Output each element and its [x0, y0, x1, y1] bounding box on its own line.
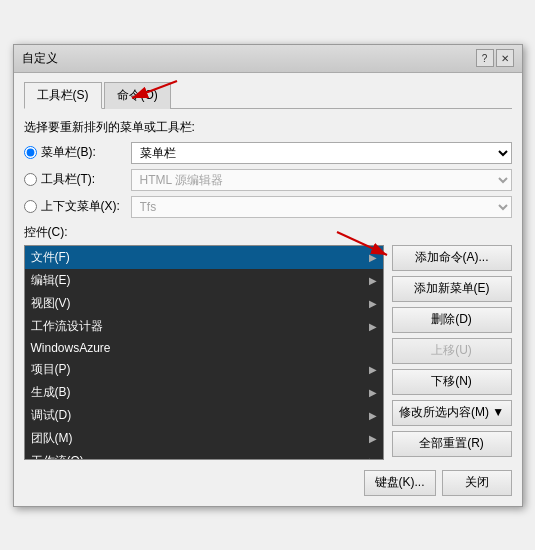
list-item-arrow-icon: ▶ — [369, 275, 377, 286]
controls-label: 控件(C): — [24, 224, 512, 241]
close-button[interactable]: 关闭 — [442, 470, 512, 496]
tab-toolbar[interactable]: 工具栏(S) — [24, 82, 102, 109]
modify-selected-button[interactable]: 修改所选内容(M) ▼ — [392, 400, 512, 426]
context-menu-select[interactable]: Tfs — [131, 196, 512, 218]
menu-bar-select[interactable]: 菜单栏 — [131, 142, 512, 164]
toolbar-select-wrapper: HTML 源编辑器 — [131, 169, 512, 191]
bottom-bar: 键盘(K)... 关闭 — [24, 470, 512, 496]
main-area: 文件(F)▶编辑(E)▶视图(V)▶工作流设计器▶WindowsAzure项目(… — [24, 245, 512, 460]
list-item-arrow-icon: ▶ — [369, 252, 377, 263]
context-menu-radio[interactable] — [24, 200, 37, 213]
move-up-button[interactable]: 上移(U) — [392, 338, 512, 364]
list-item[interactable]: 项目(P)▶ — [25, 358, 383, 381]
list-item[interactable]: 视图(V)▶ — [25, 292, 383, 315]
list-item[interactable]: 工作流(O)▶ — [25, 450, 383, 460]
add-command-button[interactable]: 添加命令(A)... — [392, 245, 512, 271]
list-item[interactable]: 工作流设计器▶ — [25, 315, 383, 338]
menu-bar-row: 菜单栏(B): 菜单栏 — [24, 142, 512, 164]
buttons-panel: 添加命令(A)... 添加新菜单(E) 删除(D) 上移(U) 下移(N) 修改… — [392, 245, 512, 457]
toolbar-label: 工具栏(T): — [41, 171, 131, 188]
list-item[interactable]: 文件(F)▶ — [25, 246, 383, 269]
list-item[interactable]: 团队(M)▶ — [25, 427, 383, 450]
list-item-arrow-icon: ▶ — [369, 364, 377, 375]
list-item-arrow-icon: ▶ — [369, 433, 377, 444]
list-item[interactable]: 生成(B)▶ — [25, 381, 383, 404]
context-menu-select-wrapper: Tfs — [131, 196, 512, 218]
tabs-container: 工具栏(S) 命令(O) — [24, 81, 512, 109]
tab-command[interactable]: 命令(O) — [104, 82, 171, 109]
context-menu-row: 上下文菜单(X): Tfs — [24, 196, 512, 218]
list-item[interactable]: 编辑(E)▶ — [25, 269, 383, 292]
title-bar: 自定义 ? ✕ — [14, 45, 522, 73]
tabs: 工具栏(S) 命令(O) — [24, 81, 512, 109]
list-item[interactable]: WindowsAzure — [25, 338, 383, 358]
customize-dialog: 自定义 ? ✕ 工具栏(S) 命令(O) 选择要重新排列的 — [13, 44, 523, 507]
title-bar-buttons: ? ✕ — [476, 49, 514, 67]
reset-all-button[interactable]: 全部重置(R) — [392, 431, 512, 457]
toolbar-select[interactable]: HTML 源编辑器 — [131, 169, 512, 191]
menu-bar-radio[interactable] — [24, 146, 37, 159]
list-item-arrow-icon: ▶ — [369, 321, 377, 332]
list-item-arrow-icon: ▶ — [369, 456, 377, 460]
menu-bar-label: 菜单栏(B): — [41, 144, 131, 161]
add-menu-button[interactable]: 添加新菜单(E) — [392, 276, 512, 302]
toolbar-row: 工具栏(T): HTML 源编辑器 — [24, 169, 512, 191]
list-item[interactable]: 调试(D)▶ — [25, 404, 383, 427]
list-box[interactable]: 文件(F)▶编辑(E)▶视图(V)▶工作流设计器▶WindowsAzure项目(… — [24, 245, 384, 460]
menu-bar-select-wrapper: 菜单栏 — [131, 142, 512, 164]
list-item-arrow-icon: ▶ — [369, 387, 377, 398]
help-button[interactable]: ? — [476, 49, 494, 67]
buttons-area: 添加命令(A)... 添加新菜单(E) 删除(D) 上移(U) 下移(N) 修改… — [392, 245, 512, 460]
list-item-arrow-icon: ▶ — [369, 410, 377, 421]
keyboard-button[interactable]: 键盘(K)... — [364, 470, 436, 496]
context-menu-label: 上下文菜单(X): — [41, 198, 131, 215]
close-title-button[interactable]: ✕ — [496, 49, 514, 67]
toolbar-radio[interactable] — [24, 173, 37, 186]
move-down-button[interactable]: 下移(N) — [392, 369, 512, 395]
delete-button[interactable]: 删除(D) — [392, 307, 512, 333]
list-item-arrow-icon: ▶ — [369, 298, 377, 309]
choose-label: 选择要重新排列的菜单或工具栏: — [24, 119, 512, 136]
dialog-body: 工具栏(S) 命令(O) 选择要重新排列的菜单或工具栏: 菜单栏(B): — [14, 73, 522, 506]
dialog-title: 自定义 — [22, 50, 58, 67]
